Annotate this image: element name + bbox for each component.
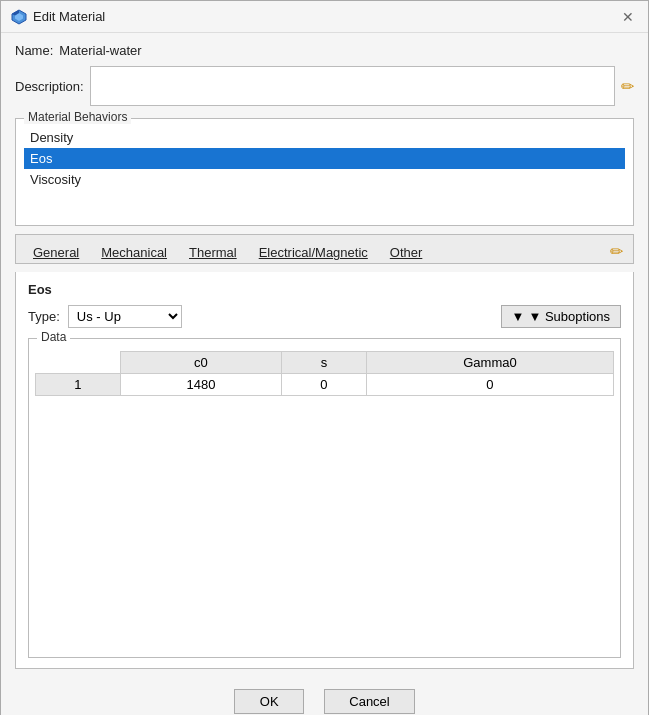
bottom-buttons: OK Cancel xyxy=(15,677,634,715)
tab-mechanical[interactable]: Mechanical xyxy=(90,240,178,264)
description-row: Description: ✏ xyxy=(15,66,634,106)
behavior-item-viscosity[interactable]: Viscosity xyxy=(24,169,625,190)
row-number: 1 xyxy=(36,374,121,396)
description-edit-icon[interactable]: ✏ xyxy=(621,77,634,96)
title-bar-left: Edit Material xyxy=(11,9,105,25)
behavior-list: Density Eos Viscosity xyxy=(24,127,625,217)
material-behaviors-title: Material Behaviors xyxy=(24,110,131,124)
title-text: Edit Material xyxy=(33,9,105,24)
behavior-item-eos[interactable]: Eos xyxy=(24,148,625,169)
cell-gamma0[interactable]: 0 xyxy=(366,374,613,396)
tab-thermal[interactable]: Thermal xyxy=(178,240,248,264)
description-input[interactable] xyxy=(90,66,615,106)
eos-section-title: Eos xyxy=(28,282,621,297)
type-label: Type: xyxy=(28,309,60,324)
data-group-title: Data xyxy=(37,330,70,344)
type-select[interactable]: Us - Up Linear Us - Up Polynomial Tabula… xyxy=(68,305,182,328)
dialog-body: Name: Material-water Description: ✏ Mate… xyxy=(1,33,648,715)
data-group: Data c0 s Gamma0 xyxy=(28,338,621,658)
close-button[interactable]: ✕ xyxy=(618,8,638,26)
header-c0: c0 xyxy=(120,352,281,374)
material-icon xyxy=(11,9,27,25)
eos-section-panel: Eos Type: Us - Up Linear Us - Up Polynom… xyxy=(15,272,634,669)
tab-electrical-magnetic[interactable]: Electrical/Magnetic xyxy=(248,240,379,264)
header-empty xyxy=(36,352,121,374)
cell-s[interactable]: 0 xyxy=(281,374,366,396)
material-behaviors-group: Material Behaviors Density Eos Viscosity xyxy=(15,118,634,226)
behavior-item-density[interactable]: Density xyxy=(24,127,625,148)
tabs-bar: General Mechanical Thermal Electrical/Ma… xyxy=(15,234,634,264)
name-value: Material-water xyxy=(59,43,141,58)
data-table: c0 s Gamma0 1 1480 0 0 xyxy=(35,351,614,396)
header-s: s xyxy=(281,352,366,374)
header-gamma0: Gamma0 xyxy=(366,352,613,374)
type-row: Type: Us - Up Linear Us - Up Polynomial … xyxy=(28,305,621,328)
suboptions-label: ▼ Suboptions xyxy=(528,309,610,324)
cancel-button[interactable]: Cancel xyxy=(324,689,414,714)
tab-general[interactable]: General xyxy=(22,240,90,264)
description-label: Description: xyxy=(15,79,84,94)
table-row: 1 1480 0 0 xyxy=(36,374,614,396)
edit-material-dialog: Edit Material ✕ Name: Material-water Des… xyxy=(0,0,649,715)
ok-button[interactable]: OK xyxy=(234,689,304,714)
name-row: Name: Material-water xyxy=(15,43,634,58)
tab-other[interactable]: Other xyxy=(379,240,434,264)
title-bar: Edit Material ✕ xyxy=(1,1,648,33)
tab-edit-icon[interactable]: ✏ xyxy=(606,240,627,263)
suboptions-button[interactable]: ▼ ▼ Suboptions xyxy=(501,305,621,328)
name-label: Name: xyxy=(15,43,53,58)
suboptions-arrow: ▼ xyxy=(512,309,525,324)
table-container: c0 s Gamma0 1 1480 0 0 xyxy=(35,351,614,651)
cell-c0[interactable]: 1480 xyxy=(120,374,281,396)
